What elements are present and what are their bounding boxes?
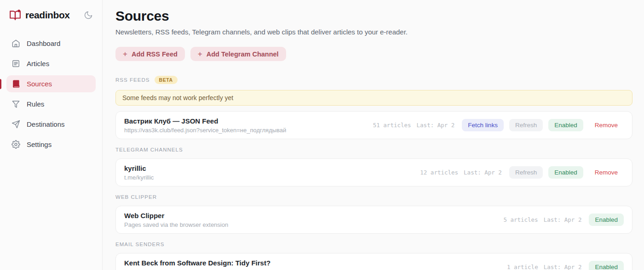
rss-feeds-section-label: RSS FEEDS bbox=[115, 77, 150, 83]
article-count: 5 articles bbox=[503, 216, 538, 223]
page-title: Sources bbox=[115, 8, 632, 24]
email-sender-meta: 1 article Last: Apr 2 bbox=[507, 264, 582, 270]
last-updated: Last: Apr 2 bbox=[417, 122, 455, 129]
beta-badge: BETA bbox=[155, 76, 178, 84]
enabled-toggle-button[interactable]: Enabled bbox=[548, 119, 583, 131]
articles-document-icon bbox=[12, 59, 20, 68]
last-updated: Last: Apr 2 bbox=[464, 169, 502, 176]
email-sender-title: Kent Beck from Software Design: Tidy Fir… bbox=[124, 259, 270, 267]
sidebar-nav: Dashboard Articles Sources bbox=[6, 35, 96, 153]
sidebar-item-label: Dashboard bbox=[27, 39, 60, 47]
sidebar-item-label: Settings bbox=[27, 141, 52, 148]
rss-feed-title: Вастрик Клуб — JSON Feed bbox=[124, 117, 286, 125]
rss-feed-card: Вастрик Клуб — JSON Feed https://vas3k.c… bbox=[115, 111, 632, 139]
paper-plane-send-icon bbox=[12, 120, 20, 129]
refresh-button[interactable]: Refresh bbox=[509, 119, 543, 131]
dark-mode-moon-icon[interactable] bbox=[84, 11, 93, 20]
email-senders-section-label: EMAIL SENDERS bbox=[115, 242, 164, 247]
article-count: 12 articles bbox=[420, 169, 458, 176]
article-count: 1 article bbox=[507, 264, 538, 270]
sidebar-item-label: Sources bbox=[27, 80, 52, 88]
webclipper-section-header: WEB CLIPPER bbox=[115, 194, 632, 200]
plus-icon: + bbox=[123, 50, 127, 58]
app-logo: readinbox bbox=[6, 8, 96, 22]
sidebar-item-sources[interactable]: Sources bbox=[6, 75, 96, 92]
sidebar: readinbox Dashboard bbox=[0, 0, 103, 270]
sidebar-item-rules[interactable]: Rules bbox=[6, 96, 96, 112]
web-clipper-card: Web Clipper Pages saved via the browser … bbox=[115, 206, 632, 234]
sidebar-item-label: Destinations bbox=[27, 120, 65, 128]
sidebar-item-label: Rules bbox=[27, 100, 44, 108]
page-subtitle: Newsletters, RSS feeds, Telegram channel… bbox=[115, 28, 632, 36]
sources-book-icon bbox=[12, 79, 20, 88]
rss-feed-url: https://vas3k.club/feed.json?service_tok… bbox=[124, 127, 286, 134]
sidebar-item-articles[interactable]: Articles bbox=[6, 55, 96, 72]
enabled-toggle-button[interactable]: Enabled bbox=[548, 166, 583, 179]
telegram-channel-title: kyrillic bbox=[124, 164, 154, 172]
last-updated: Last: Apr 2 bbox=[544, 216, 582, 223]
fetch-links-button[interactable]: Fetch links bbox=[462, 119, 504, 131]
home-icon bbox=[12, 39, 20, 48]
telegram-channel-actions: 12 articles Last: Apr 2 Refresh Enabled … bbox=[420, 166, 624, 179]
sidebar-item-dashboard[interactable]: Dashboard bbox=[6, 35, 96, 52]
rss-feed-info: Вастрик Клуб — JSON Feed https://vas3k.c… bbox=[124, 117, 286, 134]
gear-settings-icon bbox=[12, 140, 20, 149]
telegram-section-header: TELEGRAM CHANNELS bbox=[115, 147, 632, 152]
enabled-toggle-button[interactable]: Enabled bbox=[589, 214, 624, 226]
add-telegram-channel-button[interactable]: + Add Telegram Channel bbox=[190, 47, 286, 61]
email-sender-card: Kent Beck from Software Design: Tidy Fir… bbox=[115, 253, 632, 270]
email-sender-address: tidyfirst@substack.com bbox=[124, 269, 270, 270]
email-sender-info: Kent Beck from Software Design: Tidy Fir… bbox=[124, 259, 270, 270]
sidebar-item-destinations[interactable]: Destinations bbox=[6, 116, 96, 133]
rss-feeds-section-header: RSS FEEDS BETA bbox=[115, 76, 632, 84]
telegram-channel-url: t.me/kyrillic bbox=[124, 174, 154, 181]
add-rss-feed-button[interactable]: + Add RSS Feed bbox=[115, 47, 185, 61]
app-name: readinbox bbox=[25, 10, 70, 21]
web-clipper-description: Pages saved via the browser extension bbox=[124, 221, 228, 228]
web-clipper-meta: 5 articles Last: Apr 2 bbox=[503, 216, 581, 223]
sidebar-item-label: Articles bbox=[27, 60, 49, 68]
telegram-channel-meta: 12 articles Last: Apr 2 bbox=[420, 169, 502, 176]
last-updated: Last: Apr 2 bbox=[544, 264, 582, 270]
sidebar-item-settings[interactable]: Settings bbox=[6, 136, 96, 153]
enabled-toggle-button[interactable]: Enabled bbox=[589, 261, 624, 270]
remove-button[interactable]: Remove bbox=[589, 166, 624, 179]
readinbox-book-logo-icon bbox=[9, 9, 21, 21]
rss-feed-actions: 51 articles Last: Apr 2 Fetch links Refr… bbox=[373, 119, 624, 131]
funnel-filter-icon bbox=[12, 100, 20, 108]
refresh-button[interactable]: Refresh bbox=[509, 166, 543, 179]
rss-warning-banner: Some feeds may not work perfectly yet bbox=[115, 90, 632, 106]
remove-button[interactable]: Remove bbox=[589, 119, 624, 131]
telegram-channel-card: kyrillic t.me/kyrillic 12 articles Last:… bbox=[115, 158, 632, 186]
add-telegram-channel-label: Add Telegram Channel bbox=[207, 51, 279, 58]
web-clipper-info: Web Clipper Pages saved via the browser … bbox=[124, 212, 228, 228]
main-content: Sources Newsletters, RSS feeds, Telegram… bbox=[103, 0, 644, 270]
header-actions: + Add RSS Feed + Add Telegram Channel bbox=[115, 47, 632, 61]
plus-icon: + bbox=[198, 50, 202, 58]
rss-feed-meta: 51 articles Last: Apr 2 bbox=[373, 122, 455, 129]
email-senders-section-header: EMAIL SENDERS bbox=[115, 242, 632, 247]
add-rss-feed-label: Add RSS Feed bbox=[132, 51, 178, 58]
telegram-section-label: TELEGRAM CHANNELS bbox=[115, 147, 183, 152]
email-sender-actions: 1 article Last: Apr 2 Enabled bbox=[507, 261, 624, 270]
telegram-channel-info: kyrillic t.me/kyrillic bbox=[124, 164, 154, 181]
web-clipper-title: Web Clipper bbox=[124, 212, 228, 219]
article-count: 51 articles bbox=[373, 122, 411, 129]
webclipper-section-label: WEB CLIPPER bbox=[115, 194, 157, 200]
web-clipper-actions: 5 articles Last: Apr 2 Enabled bbox=[503, 214, 624, 226]
